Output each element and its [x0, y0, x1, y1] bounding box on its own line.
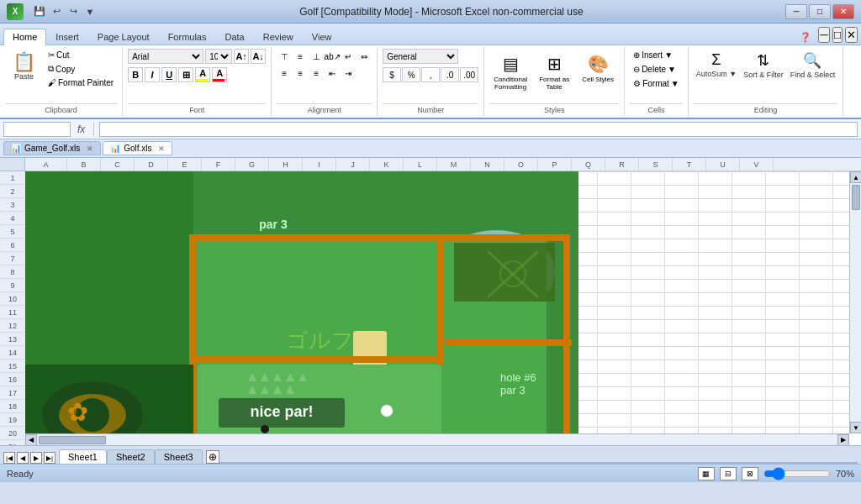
scroll-left-button[interactable]: ◀ [25, 434, 37, 446]
vertical-scrollbar[interactable]: ▲ ▼ [849, 171, 861, 433]
copy-button[interactable]: ⧉ Copy [45, 62, 117, 76]
bold-button[interactable]: B [128, 67, 143, 82]
font-grow-button[interactable]: A↑ [234, 49, 249, 64]
currency-button[interactable]: $ [383, 67, 401, 82]
format-as-table-button[interactable]: ⊞ Format as Table [533, 49, 575, 94]
comma-button[interactable]: , [421, 67, 440, 82]
sheet-nav-next[interactable]: ▶ [30, 452, 42, 464]
top-align-button[interactable]: ⊤ [277, 49, 292, 64]
paste-icon: 📋 [13, 53, 35, 71]
middle-align-button[interactable]: ≡ [293, 49, 308, 64]
minimize-button[interactable]: ─ [785, 4, 807, 19]
font-size-select[interactable]: 10 [205, 49, 232, 64]
file-tab-golf[interactable]: 📊 Golf.xls ✕ [103, 141, 172, 155]
wrap-text-button[interactable]: ↵ [341, 49, 356, 64]
format-painter-button[interactable]: 🖌 Format Painter [45, 76, 117, 89]
normal-view-button[interactable]: ▦ [698, 467, 715, 480]
clipboard-secondary: ✂ Cut ⧉ Copy 🖌 Format Painter [45, 49, 117, 89]
font-name-select[interactable]: Arial [128, 49, 203, 64]
zoom-slider[interactable] [763, 469, 831, 479]
save-qa-button[interactable]: 💾 [32, 4, 47, 19]
svg-rect-10 [189, 356, 441, 363]
conditional-formatting-button[interactable]: ▤ Conditional Formatting [489, 49, 531, 94]
paste-button[interactable]: 📋 Paste [5, 49, 43, 85]
page-break-view-button[interactable]: ⊠ [742, 467, 758, 480]
horizontal-scrollbar[interactable]: ◀ ▶ [25, 433, 849, 445]
scroll-down-button[interactable]: ▼ [850, 422, 861, 433]
col-T: T [673, 158, 706, 171]
italic-button[interactable]: I [145, 67, 160, 82]
find-select-button[interactable]: 🔍 Find & Select [788, 49, 838, 81]
svg-text:par 3: par 3 [259, 218, 288, 231]
insert-cells-button[interactable]: ⊕ Insert ▼ [630, 49, 676, 61]
format-painter-icon: 🖌 [48, 78, 56, 87]
tab-data[interactable]: Data [215, 29, 253, 45]
file-tab-game-golf[interactable]: 📊 Game_Golf.xls ✕ [3, 141, 101, 155]
col-S: S [639, 158, 673, 171]
undo-qa-button[interactable]: ↩ [49, 4, 64, 19]
new-sheet-button[interactable]: ⊕ [206, 450, 219, 464]
merge-button[interactable]: ⇔ [357, 49, 372, 64]
tab-page-layout[interactable]: Page Layout [88, 29, 159, 45]
svg-rect-11 [446, 339, 572, 346]
file-tabs: 📊 Game_Golf.xls ✕ 📊 Golf.xls ✕ [0, 139, 861, 158]
decrease-indent-button[interactable]: ⇤ [325, 66, 340, 81]
scroll-up-button[interactable]: ▲ [850, 171, 861, 183]
redo-qa-button[interactable]: ↪ [66, 4, 81, 19]
center-align-button[interactable]: ≡ [293, 66, 308, 81]
editing-label: Editing [694, 103, 837, 114]
ribbon-close-button[interactable]: ✕ [845, 27, 858, 43]
text-rotate-button[interactable]: ab↗ [325, 49, 340, 64]
cells-area: ✿ par 3 nice par! [25, 171, 861, 445]
tab-home[interactable]: Home [3, 29, 46, 45]
col-U: U [706, 158, 740, 171]
page-layout-view-button[interactable]: ⊟ [720, 467, 737, 480]
sheet-nav-prev[interactable]: ◀ [17, 452, 29, 464]
tab-insert[interactable]: Insert [46, 29, 88, 45]
restore-button[interactable]: □ [809, 4, 831, 19]
border-button[interactable]: ⊞ [178, 67, 193, 82]
close-button[interactable]: ✕ [832, 4, 854, 19]
right-align-button[interactable]: ≡ [309, 66, 324, 81]
h-scroll-thumb[interactable] [39, 436, 106, 444]
format-cells-button[interactable]: ⚙ Format ▼ [630, 77, 683, 90]
cut-icon: ✂ [48, 50, 55, 60]
font-color-button[interactable]: A [212, 67, 227, 82]
sheet-tab-1[interactable]: Sheet1 [59, 449, 107, 464]
tab-view[interactable]: View [303, 29, 341, 45]
percent-button[interactable]: % [402, 67, 420, 82]
delete-cells-button[interactable]: ⊖ Delete ▼ [630, 63, 679, 76]
window-title: Golf [Compatibility Mode] - Microsoft Ex… [98, 6, 785, 18]
font-shrink-button[interactable]: A↓ [251, 49, 266, 64]
cell-styles-button[interactable]: 🎨 Cell Styles [577, 49, 619, 87]
quick-access-more-button[interactable]: ▼ [82, 4, 98, 19]
sheet-nav-first[interactable]: |◀ [3, 452, 15, 464]
fill-color-button[interactable]: A [195, 67, 210, 82]
cut-button[interactable]: ✂ Cut [45, 49, 117, 61]
sheet-tab-3[interactable]: Sheet3 [155, 449, 203, 464]
underline-button[interactable]: U [161, 67, 177, 82]
decrease-decimal-button[interactable]: .0 [441, 67, 459, 82]
formula-input[interactable] [99, 122, 858, 137]
number-format-select[interactable]: General [383, 49, 458, 64]
bottom-align-button[interactable]: ⊥ [309, 49, 324, 64]
file-tab-close-2[interactable]: ✕ [158, 144, 165, 153]
help-button[interactable]: ❓ [793, 30, 818, 45]
sheet-nav-last[interactable]: ▶| [44, 452, 55, 464]
left-align-button[interactable]: ≡ [277, 66, 292, 81]
increase-indent-button[interactable]: ⇥ [341, 66, 356, 81]
autosum-button[interactable]: Σ AutoSum ▼ [694, 49, 739, 81]
file-tab-close-1[interactable]: ✕ [87, 144, 93, 153]
sheet-tab-2[interactable]: Sheet2 [107, 449, 155, 464]
scroll-right-button[interactable]: ▶ [837, 434, 849, 446]
sort-filter-button[interactable]: ⇅ Sort & Filter [741, 49, 786, 81]
copy-label: Copy [55, 65, 75, 74]
row-9: 9 [0, 279, 25, 292]
ribbon-restore-button[interactable]: □ [832, 27, 843, 43]
increase-decimal-button[interactable]: .00 [460, 67, 478, 82]
ribbon-minimize-button[interactable]: ─ [818, 27, 829, 43]
name-box[interactable] [3, 122, 71, 137]
tab-formulas[interactable]: Formulas [159, 29, 216, 45]
tab-review[interactable]: Review [254, 29, 303, 45]
v-scroll-thumb[interactable] [852, 185, 860, 210]
